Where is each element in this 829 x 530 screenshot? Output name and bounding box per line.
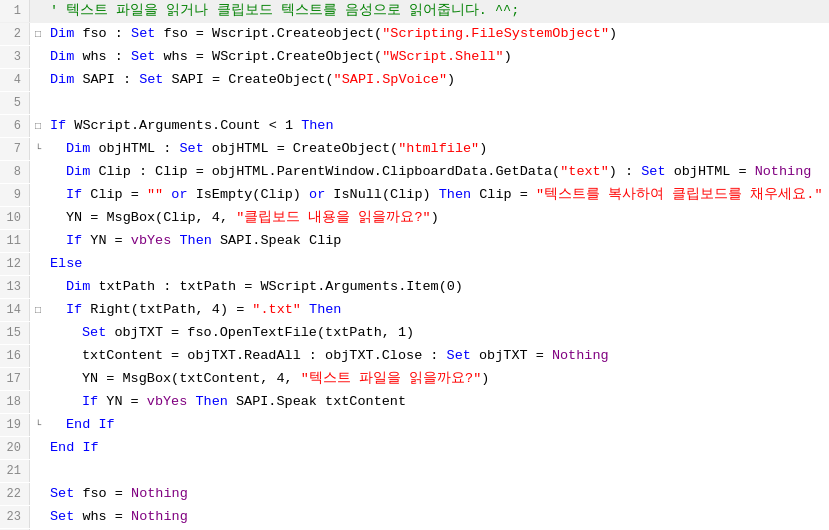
code-line-2: 2 □ Dim fso : Set fso = Wscript.Createob… [0,23,829,46]
line-content-12: Else [46,253,829,275]
collapse-8 [30,162,46,184]
collapse-11 [30,231,46,253]
code-line-19: 19 └ End If [0,414,829,437]
collapse-6[interactable]: □ [30,116,46,138]
collapse-12 [30,254,46,276]
collapse-2[interactable]: □ [30,24,46,46]
line-num-8: 8 [0,161,30,183]
code-line-3: 3 Dim whs : Set whs = WScript.CreateObje… [0,46,829,69]
code-line-8: 8 Dim Clip : Clip = objHTML.ParentWindow… [0,161,829,184]
line-content-4: Dim SAPI : Set SAPI = CreateObject("SAPI… [46,69,829,91]
collapse-4 [30,70,46,92]
code-line-20: 20 End If [0,437,829,460]
line-content-11: If YN = vbYes Then SAPI.Speak Clip [46,230,829,252]
collapse-23 [30,507,46,529]
line-content-10: YN = MsgBox(Clip, 4, "클립보드 내용을 읽을까요?") [46,207,829,229]
line-num-13: 13 [0,276,30,298]
code-line-6: 6 □ If WScript.Arguments.Count < 1 Then [0,115,829,138]
collapse-7: └ [30,139,46,161]
code-line-12: 12 Else [0,253,829,276]
line-content-22: Set fso = Nothing [46,483,829,505]
code-line-15: 15 Set objTXT = fso.OpenTextFile(txtPath… [0,322,829,345]
line-num-12: 12 [0,253,30,275]
line-num-15: 15 [0,322,30,344]
line-num-16: 16 [0,345,30,367]
line-num-22: 22 [0,483,30,505]
collapse-9 [30,185,46,207]
code-line-11: 11 If YN = vbYes Then SAPI.Speak Clip [0,230,829,253]
line-content-21 [46,460,829,482]
line-content-18: If YN = vbYes Then SAPI.Speak txtContent [46,391,829,413]
line-num-10: 10 [0,207,30,229]
code-line-16: 16 txtContent = objTXT.ReadAll : objTXT.… [0,345,829,368]
line-content-19: End If [46,414,829,436]
collapse-1 [30,1,46,23]
line-content-17: YN = MsgBox(txtContent, 4, "텍스트 파일을 읽을까요… [46,368,829,390]
code-line-23: 23 Set whs = Nothing [0,506,829,529]
line-content-7: Dim objHTML : Set objHTML = CreateObject… [46,138,829,160]
code-editor[interactable]: 1 ' 텍스트 파일을 읽거나 클립보드 텍스트를 음성으로 읽어줍니다. ^^… [0,0,829,530]
line-content-2: Dim fso : Set fso = Wscript.Createobject… [46,23,829,45]
collapse-17 [30,369,46,391]
code-line-14: 14 □ If Right(txtPath, 4) = ".txt" Then [0,299,829,322]
collapse-20 [30,438,46,460]
line-num-9: 9 [0,184,30,206]
line-content-9: If Clip = "" or IsEmpty(Clip) or IsNull(… [46,184,829,206]
code-line-18: 18 If YN = vbYes Then SAPI.Speak txtCont… [0,391,829,414]
line-content-5 [46,92,829,114]
collapse-18 [30,392,46,414]
line-num-14: 14 [0,299,30,321]
line-num-19: 19 [0,414,30,436]
collapse-22 [30,484,46,506]
line-content-13: Dim txtPath : txtPath = WScript.Argument… [46,276,829,298]
line-num-23: 23 [0,506,30,528]
collapse-13 [30,277,46,299]
collapse-14[interactable]: □ [30,300,46,322]
code-line-4: 4 Dim SAPI : Set SAPI = CreateObject("SA… [0,69,829,92]
line-num-18: 18 [0,391,30,413]
code-line-7: 7 └ Dim objHTML : Set objHTML = CreateOb… [0,138,829,161]
code-line-5: 5 [0,92,829,115]
code-line-22: 22 Set fso = Nothing [0,483,829,506]
line-content-3: Dim whs : Set whs = WScript.CreateObject… [46,46,829,68]
line-num-1: 1 [0,0,30,22]
line-num-6: 6 [0,115,30,137]
code-line-10: 10 YN = MsgBox(Clip, 4, "클립보드 내용을 읽을까요?"… [0,207,829,230]
line-content-15: Set objTXT = fso.OpenTextFile(txtPath, 1… [46,322,829,344]
line-content-6: If WScript.Arguments.Count < 1 Then [46,115,829,137]
line-content-1: ' 텍스트 파일을 읽거나 클립보드 텍스트를 음성으로 읽어줍니다. ^^; [46,0,829,22]
collapse-19: └ [30,415,46,437]
code-line-13: 13 Dim txtPath : txtPath = WScript.Argum… [0,276,829,299]
line-content-14: If Right(txtPath, 4) = ".txt" Then [46,299,829,321]
code-line-17: 17 YN = MsgBox(txtContent, 4, "텍스트 파일을 읽… [0,368,829,391]
line-num-5: 5 [0,92,30,114]
line-content-8: Dim Clip : Clip = objHTML.ParentWindow.C… [46,161,829,183]
line-num-7: 7 [0,138,30,160]
code-line-9: 9 If Clip = "" or IsEmpty(Clip) or IsNul… [0,184,829,207]
collapse-10 [30,208,46,230]
line-num-11: 11 [0,230,30,252]
line-content-20: End If [46,437,829,459]
code-line-1: 1 ' 텍스트 파일을 읽거나 클립보드 텍스트를 음성으로 읽어줍니다. ^^… [0,0,829,23]
line-num-2: 2 [0,23,30,45]
line-num-20: 20 [0,437,30,459]
code-line-21: 21 [0,460,829,483]
collapse-5 [30,93,46,115]
collapse-21 [30,461,46,483]
collapse-15 [30,323,46,345]
line-num-17: 17 [0,368,30,390]
line-num-4: 4 [0,69,30,91]
line-content-23: Set whs = Nothing [46,506,829,528]
collapse-3 [30,47,46,69]
line-num-3: 3 [0,46,30,68]
collapse-16 [30,346,46,368]
line-content-16: txtContent = objTXT.ReadAll : objTXT.Clo… [46,345,829,367]
line-num-21: 21 [0,460,30,482]
